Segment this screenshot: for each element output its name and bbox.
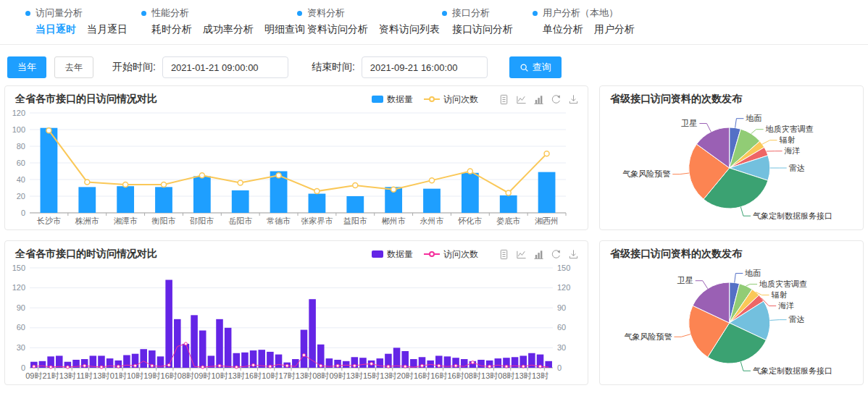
start-time-input[interactable] <box>162 56 288 78</box>
legend-item[interactable]: 数据量 <box>372 248 413 261</box>
nav-group-title: 资料分析 <box>297 7 440 20</box>
svg-text:60: 60 <box>17 323 25 332</box>
nav-item[interactable]: 资料访问分析 <box>307 23 368 36</box>
svg-text:01时: 01时 <box>110 371 127 380</box>
bullet-icon <box>297 11 302 16</box>
top-nav: 访问量分析当日逐时当月逐日性能分析耗时分析成功率分析明细查询资料分析资料访问分析… <box>0 0 868 45</box>
nav-item[interactable]: 资料访问列表 <box>379 23 440 36</box>
data-view-icon[interactable] <box>498 94 509 105</box>
bullet-icon <box>442 11 447 16</box>
svg-text:气象风险预警: 气象风险预警 <box>622 169 670 178</box>
nav-group-title-label: 接口分析 <box>452 7 490 20</box>
nav-group-title: 接口分析 <box>442 7 513 20</box>
svg-text:17时: 17时 <box>279 371 296 380</box>
end-time-input[interactable] <box>362 56 488 78</box>
start-time-label: 开始时间: <box>112 61 156 74</box>
svg-text:湘西州: 湘西州 <box>535 216 559 225</box>
legend-item[interactable]: 数据量 <box>372 93 413 106</box>
svg-text:90: 90 <box>17 303 25 312</box>
nav-group-title: 访问量分析 <box>25 7 128 20</box>
daily-bar-line-chart[interactable]: 020406080100120长沙市株洲市湘潭市衡阳市邵阳市岳阳市常德市张家界市… <box>5 107 579 227</box>
line-series-swatch <box>424 250 440 258</box>
bar-chart-icon[interactable] <box>533 94 544 105</box>
svg-text:辐射: 辐射 <box>780 135 796 144</box>
svg-text:120: 120 <box>12 109 25 117</box>
svg-text:10时: 10时 <box>262 371 278 380</box>
bullet-icon <box>533 11 538 16</box>
hourly-bar-line-chart[interactable]: 0030306060909012012015015009时21时13时11时13… <box>5 262 579 382</box>
line-chart-icon[interactable] <box>516 94 527 105</box>
pie2-title: 省级接口访问资料的次数发布 <box>610 248 742 261</box>
nav-item[interactable]: 用户分析 <box>594 23 635 36</box>
nav-group-title-label: 性能分析 <box>151 7 189 20</box>
nav-item[interactable]: 单位分析 <box>543 23 583 36</box>
chart-toolbox <box>498 94 579 105</box>
svg-text:08时: 08时 <box>178 371 194 380</box>
svg-text:气象定制数据服务接口: 气象定制数据服务接口 <box>753 366 832 375</box>
nav-item[interactable]: 接口访问分析 <box>452 23 513 36</box>
svg-text:20时: 20时 <box>397 371 414 380</box>
nav-item[interactable]: 当月逐日 <box>87 23 128 36</box>
svg-text:气象风险预警: 气象风险预警 <box>624 332 672 341</box>
data-view-icon[interactable] <box>498 249 509 260</box>
search-icon <box>519 63 529 72</box>
filter-bar: 当年 去年 开始时间: 结束时间: 查询 <box>7 56 562 79</box>
province-pie-chart-1[interactable]: 地面地质灾害调查辐射海洋雷达气象定制数据服务接口气象风险预警卫星 <box>600 107 861 229</box>
svg-text:20: 20 <box>17 192 25 201</box>
svg-text:16时: 16时 <box>161 371 178 380</box>
svg-text:13时: 13时 <box>93 371 109 380</box>
nav-group: 访问量分析当日逐时当月逐日 <box>25 7 128 36</box>
bullet-icon <box>141 11 146 16</box>
svg-text:10时: 10时 <box>211 371 228 380</box>
bar-chart-icon[interactable] <box>533 249 544 260</box>
svg-text:80: 80 <box>17 142 25 151</box>
daily-chart-title: 全省各市接口的日访问情况对比 <box>15 93 157 106</box>
province-pie-chart-2[interactable]: 地面地质灾害调查辐射海洋雷达气象定制数据服务接口气象风险预警卫星 <box>600 262 861 384</box>
svg-text:常德市: 常德市 <box>267 216 291 225</box>
query-button-label: 查询 <box>533 61 551 74</box>
nav-group-title: 性能分析 <box>141 7 305 20</box>
restore-icon[interactable] <box>551 249 562 260</box>
line-chart-icon[interactable] <box>516 249 527 260</box>
legend-item[interactable]: 访问次数 <box>424 93 478 106</box>
svg-text:100: 100 <box>12 125 25 134</box>
nav-group-title: 用户分析（本地） <box>533 7 635 20</box>
svg-text:13时: 13时 <box>296 371 312 380</box>
svg-text:08时: 08时 <box>312 371 329 380</box>
bar-series-swatch <box>372 96 383 103</box>
province-pie-panel-2: 省级接口访问资料的次数发布 地面地质灾害调查辐射海洋雷达气象定制数据服务接口气象… <box>599 240 864 385</box>
svg-text:卫星: 卫星 <box>680 119 697 127</box>
svg-text:08时: 08时 <box>464 371 481 380</box>
nav-item[interactable]: 当日逐时 <box>36 23 76 36</box>
nav-group-title-label: 用户分析（本地） <box>543 7 618 20</box>
legend-item[interactable]: 访问次数 <box>424 248 478 261</box>
nav-group: 性能分析耗时分析成功率分析明细查询 <box>141 7 305 36</box>
svg-text:16时: 16时 <box>245 371 262 380</box>
hourly-chart-legend: 数据量访问次数 <box>372 248 478 261</box>
svg-text:150: 150 <box>12 264 25 272</box>
svg-text:地面: 地面 <box>745 114 761 122</box>
nav-item[interactable]: 耗时分析 <box>151 23 192 36</box>
this-year-button[interactable]: 当年 <box>7 56 46 78</box>
bullet-icon <box>25 11 30 16</box>
svg-text:09时: 09时 <box>25 371 42 380</box>
hourly-chart-panel: 全省各市接口的时访问情况对比 数据量访问次数 00303060609090120… <box>4 240 588 385</box>
svg-text:19时: 19时 <box>143 371 160 380</box>
query-button[interactable]: 查询 <box>509 56 562 78</box>
svg-text:岳阳市: 岳阳市 <box>228 216 252 225</box>
nav-item[interactable]: 成功率分析 <box>203 23 254 36</box>
svg-text:海洋: 海洋 <box>785 146 801 155</box>
svg-text:13时: 13时 <box>515 371 532 380</box>
svg-text:60: 60 <box>17 159 25 167</box>
svg-text:09时: 09时 <box>329 371 346 380</box>
svg-text:地质灾害调查: 地质灾害调查 <box>765 125 814 133</box>
last-year-button[interactable]: 去年 <box>54 56 93 78</box>
restore-icon[interactable] <box>551 94 562 105</box>
svg-text:雷达: 雷达 <box>789 315 805 324</box>
download-icon[interactable] <box>568 249 579 260</box>
svg-text:120: 120 <box>557 283 570 292</box>
download-icon[interactable] <box>568 94 579 105</box>
svg-text:13时: 13时 <box>481 371 498 380</box>
svg-text:13时: 13时 <box>59 371 76 380</box>
province-pie-panel-1: 省级接口访问资料的次数发布 地面地质灾害调查辐射海洋雷达气象定制数据服务接口气象… <box>599 85 864 230</box>
